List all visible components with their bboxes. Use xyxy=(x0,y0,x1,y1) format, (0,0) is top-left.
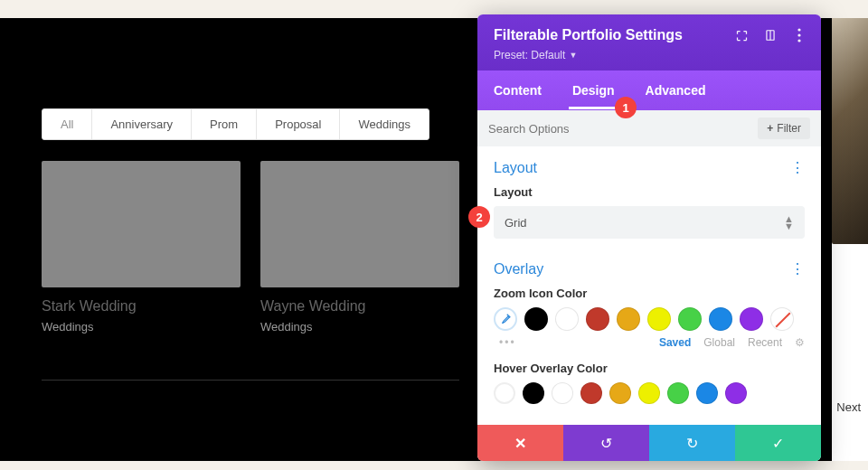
color-swatch-orange[interactable] xyxy=(617,307,640,331)
color-swatch-purple[interactable] xyxy=(725,382,747,404)
search-input[interactable] xyxy=(488,122,758,136)
zoom-color-swatches xyxy=(494,307,805,331)
svg-point-3 xyxy=(797,33,800,36)
hover-overlay-color-label: Hover Overlay Color xyxy=(494,362,805,375)
palette-tab-global[interactable]: Global xyxy=(703,336,735,349)
kebab-menu-icon[interactable] xyxy=(792,28,807,42)
section-layout-head: Layout ⋮ xyxy=(494,159,805,176)
preset-label: Preset: Default xyxy=(494,49,565,61)
svg-point-4 xyxy=(797,39,800,42)
tab-design[interactable]: Design xyxy=(569,71,618,109)
section-divider xyxy=(42,380,459,381)
portfolio-thumbnail[interactable] xyxy=(42,161,241,287)
layout-select-value: Grid xyxy=(505,216,527,230)
portfolio-filter-bar: All Anniversary Prom Proposal Weddings xyxy=(42,108,429,140)
color-swatch-purple[interactable] xyxy=(740,307,763,331)
tab-content[interactable]: Content xyxy=(490,71,545,109)
color-swatch-green[interactable] xyxy=(678,307,702,331)
panel-body: Layout ⋮ Layout Grid ▲▼ Overlay ⋮ Zoom I… xyxy=(477,146,821,425)
color-swatch-yellow[interactable] xyxy=(638,382,660,404)
color-swatch-yellow[interactable] xyxy=(647,307,671,331)
panel-footer: ✕ ↺ ↻ ✓ xyxy=(477,425,821,461)
check-icon: ✓ xyxy=(772,435,784,452)
docs-icon[interactable] xyxy=(763,28,778,42)
portfolio-item[interactable]: Stark Wedding Weddings xyxy=(42,161,241,334)
annotation-1: 1 xyxy=(615,97,637,118)
right-column xyxy=(832,18,868,461)
filter-weddings[interactable]: Weddings xyxy=(340,109,429,139)
panel-title: Filterable Portfolio Settings xyxy=(494,27,683,43)
section-layout-menu-icon[interactable]: ⋮ xyxy=(790,159,805,176)
color-swatch-white[interactable] xyxy=(555,307,579,331)
more-dots-icon[interactable]: ••• xyxy=(499,336,516,349)
swatch-meta-row: ••• Saved Global Recent ⚙ xyxy=(494,336,805,349)
section-overlay-title[interactable]: Overlay xyxy=(494,261,543,277)
zoom-icon-color-label: Zoom Icon Color xyxy=(494,287,805,300)
palette-tab-recent[interactable]: Recent xyxy=(748,336,782,349)
portfolio-item[interactable]: Wayne Wedding Weddings xyxy=(260,161,459,334)
color-swatch-green[interactable] xyxy=(667,382,689,404)
redo-button[interactable]: ↻ xyxy=(649,425,735,461)
palette-tab-saved[interactable]: Saved xyxy=(659,336,691,349)
color-swatch-blue[interactable] xyxy=(696,382,718,404)
tab-advanced[interactable]: Advanced xyxy=(642,71,710,109)
filter-anniversary[interactable]: Anniversary xyxy=(92,109,192,139)
filter-button[interactable]: + Filter xyxy=(758,118,810,139)
cancel-button[interactable]: ✕ xyxy=(477,425,563,461)
color-swatch-black[interactable] xyxy=(524,307,548,331)
undo-icon: ↺ xyxy=(600,435,612,452)
chevron-down-icon: ▼ xyxy=(569,51,577,60)
portfolio-title: Wayne Wedding xyxy=(260,298,459,315)
svg-point-2 xyxy=(797,28,800,31)
color-swatch-red[interactable] xyxy=(580,382,602,404)
preset-selector[interactable]: Preset: Default ▼ xyxy=(494,49,807,61)
filter-prom[interactable]: Prom xyxy=(192,109,257,139)
eyedropper-button[interactable] xyxy=(494,307,517,331)
close-icon: ✕ xyxy=(514,435,526,452)
expand-icon[interactable] xyxy=(734,28,749,42)
color-swatch-red[interactable] xyxy=(586,307,609,331)
color-swatch-orange[interactable] xyxy=(609,382,631,404)
layout-field-label: Layout xyxy=(494,185,805,199)
hover-color-swatches xyxy=(494,382,805,404)
next-link[interactable]: Next xyxy=(836,400,861,414)
portfolio-title: Stark Wedding xyxy=(42,298,241,315)
color-swatch-current[interactable] xyxy=(494,382,515,404)
annotation-2: 2 xyxy=(468,206,490,228)
filter-proposal[interactable]: Proposal xyxy=(257,109,340,139)
search-row: + Filter xyxy=(477,110,821,146)
filter-all[interactable]: All xyxy=(42,109,92,139)
color-swatch-blue[interactable] xyxy=(709,307,732,331)
next-item-thumbnail[interactable] xyxy=(832,18,868,244)
select-arrows-icon: ▲▼ xyxy=(784,215,794,230)
color-swatch-black[interactable] xyxy=(523,382,544,404)
save-button[interactable]: ✓ xyxy=(735,425,821,461)
section-overlay-menu-icon[interactable]: ⋮ xyxy=(790,260,805,277)
layout-select[interactable]: Grid ▲▼ xyxy=(494,206,805,239)
redo-icon: ↻ xyxy=(686,435,698,452)
panel-tabs: Content Design Advanced xyxy=(477,70,821,110)
section-layout-title[interactable]: Layout xyxy=(494,160,537,176)
undo-button[interactable]: ↺ xyxy=(563,425,649,461)
portfolio-category: Weddings xyxy=(260,320,459,334)
gear-icon[interactable]: ⚙ xyxy=(795,336,805,349)
portfolio-category: Weddings xyxy=(42,320,241,334)
color-swatch-none[interactable] xyxy=(770,307,794,331)
section-overlay-head: Overlay ⋮ xyxy=(494,260,805,277)
settings-panel: Filterable Portfolio Settings Preset: De… xyxy=(477,14,821,461)
portfolio-thumbnail[interactable] xyxy=(260,161,459,287)
color-swatch-white[interactable] xyxy=(552,382,573,404)
filter-button-label: Filter xyxy=(777,122,801,135)
panel-header: Filterable Portfolio Settings Preset: De… xyxy=(477,14,821,70)
